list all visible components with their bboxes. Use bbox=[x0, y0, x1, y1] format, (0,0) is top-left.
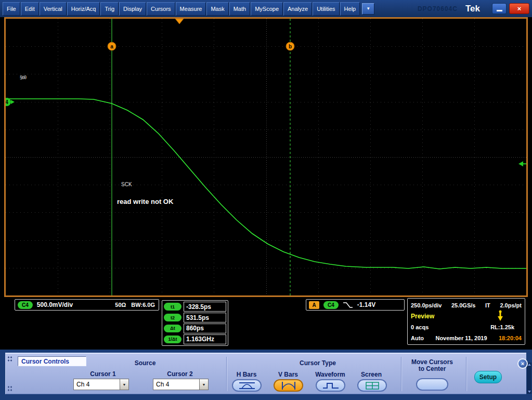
svg-text:b: b bbox=[289, 44, 292, 49]
screen-button[interactable] bbox=[357, 379, 387, 392]
panel-title: Cursor Controls bbox=[18, 356, 86, 366]
t1-value: -328.5ps bbox=[184, 302, 226, 312]
cursor2-source-value[interactable]: Ch 4 bbox=[153, 379, 199, 390]
chevron-down-icon[interactable]: ▼ bbox=[199, 379, 209, 390]
cursor1-source-dropdown[interactable]: Ch 4 ▼ bbox=[73, 379, 129, 390]
cursor2-source-dropdown[interactable]: Ch 4 ▼ bbox=[153, 379, 209, 390]
menu-item-horiz-acq[interactable]: Horiz/Acq bbox=[67, 2, 100, 16]
cursor-readout: t1 -328.5ps t2 531.5ps Δt 860ps 1/Δt 1.1… bbox=[162, 300, 228, 346]
channel-readout[interactable]: C4 500.0mV/div 50Ω BW:6.0G bbox=[15, 299, 159, 311]
delta-t-badge: Δt bbox=[164, 325, 181, 332]
setup-button[interactable]: Setup bbox=[474, 371, 502, 383]
menu-item-mask[interactable]: Mask bbox=[206, 2, 228, 16]
h-bars-label: H Bars bbox=[226, 371, 267, 378]
cursor1-source-value[interactable]: Ch 4 bbox=[73, 379, 120, 390]
svg-text:4: 4 bbox=[6, 99, 8, 105]
h-bars-button[interactable] bbox=[232, 379, 262, 392]
screen-cursor-icon bbox=[365, 381, 380, 390]
close-button[interactable]: × bbox=[509, 3, 529, 14]
waveform-trace bbox=[6, 99, 526, 269]
menu-item-cursors[interactable]: Cursors bbox=[147, 2, 175, 16]
v-bars-button[interactable] bbox=[274, 379, 303, 392]
menu-item-trig[interactable]: Trig bbox=[100, 2, 119, 16]
scroll-up-icon[interactable] bbox=[528, 364, 531, 366]
cursor1-label: Cursor 1 bbox=[80, 370, 126, 378]
cursor-controls-panel: Cursor Controls Source Cursor 1 Cursor 2… bbox=[5, 353, 526, 394]
menu-item-analyze[interactable]: Analyze bbox=[283, 2, 312, 16]
panel-scrollbar[interactable] bbox=[527, 363, 531, 394]
channel-badge: C4 bbox=[18, 301, 33, 309]
timebase-scale: 250.0ps/div bbox=[411, 302, 442, 308]
signal-label: SCK bbox=[121, 182, 132, 187]
source-section-label: Source bbox=[114, 359, 176, 367]
trigger-readout[interactable]: A C4 -1.14V bbox=[306, 299, 405, 311]
t1-badge: t1 bbox=[164, 303, 181, 311]
trigger-mode: Auto bbox=[411, 335, 424, 341]
trigger-level-arrow[interactable] bbox=[518, 161, 526, 166]
v-bars-label: V Bars bbox=[267, 371, 309, 378]
time-label: 18:20:04 bbox=[499, 335, 522, 341]
status-row: Auto November 11, 2019 18:20:04 bbox=[411, 332, 522, 343]
cursor-freq-row: 1/Δt 1.163GHz bbox=[164, 334, 226, 344]
falling-edge-icon bbox=[343, 302, 353, 308]
resolution: 2.0ps/pt bbox=[500, 302, 522, 308]
move-cursors-button[interactable] bbox=[416, 378, 448, 391]
minimize-button[interactable] bbox=[492, 3, 507, 14]
menu-item-measure[interactable]: Measure bbox=[176, 2, 206, 16]
cursor-t1-row: t1 -328.5ps bbox=[164, 302, 226, 312]
panel-grip-icon bbox=[7, 356, 12, 363]
h-bars-icon bbox=[238, 381, 256, 390]
menu-item-utilities[interactable]: Utilities bbox=[313, 2, 339, 16]
preview-arrow-icon bbox=[497, 309, 504, 322]
date-label: November 11, 2019 bbox=[435, 335, 487, 341]
menu-item-math[interactable]: Math bbox=[229, 2, 250, 16]
menu-overflow-button[interactable]: ▼ bbox=[362, 3, 374, 15]
chevron-down-icon[interactable]: ▼ bbox=[120, 379, 129, 390]
trigger-position-marker[interactable] bbox=[175, 19, 184, 24]
cursor-type-section-label: Cursor Type bbox=[287, 359, 349, 367]
svg-text:a: a bbox=[110, 44, 113, 49]
graticule-display[interactable]: a b 4 §6θ SCK read write not OK bbox=[4, 17, 528, 297]
minimize-icon bbox=[497, 10, 502, 11]
delta-t-value: 860ps bbox=[184, 324, 226, 333]
preview-status: Preview bbox=[411, 313, 434, 320]
acquisition-row: 0 acqs RL:1.25k bbox=[411, 321, 522, 332]
menu-item-display[interactable]: Display bbox=[119, 2, 146, 16]
waveform-label: Waveform bbox=[309, 371, 351, 378]
menu-item-myscope[interactable]: MyScope bbox=[251, 2, 283, 16]
scroll-down-icon[interactable] bbox=[528, 391, 531, 393]
menu-item-vertical[interactable]: Vertical bbox=[40, 2, 67, 16]
channel-bandwidth: BW:6.0G bbox=[131, 302, 155, 308]
cursor-b-marker[interactable]: b bbox=[286, 42, 294, 50]
v-bars-icon bbox=[279, 381, 298, 390]
preview-row: Preview bbox=[411, 311, 522, 321]
cursor2-label: Cursor 2 bbox=[157, 370, 203, 378]
menu-item-help[interactable]: Help bbox=[340, 2, 360, 16]
screen-artifact-text: §6θ bbox=[20, 75, 26, 80]
cursor-dt-row: Δt 860ps bbox=[164, 324, 226, 334]
scope-canvas: a b 4 bbox=[6, 19, 526, 295]
inverse-dt-value: 1.163GHz bbox=[184, 334, 226, 344]
model-label: DPO70604C bbox=[418, 5, 458, 12]
timebase-readout: 250.0ps/div 25.0GS/s IT 2.0ps/pt Preview… bbox=[407, 298, 525, 345]
t2-badge: t2 bbox=[164, 314, 181, 321]
channel-scale: 500.0mV/div bbox=[37, 301, 73, 308]
graticule-grid bbox=[6, 19, 526, 295]
cursor-a-marker[interactable]: a bbox=[108, 42, 116, 50]
screen-label: Screen bbox=[351, 371, 392, 378]
waveform-cursor-icon bbox=[321, 381, 340, 390]
panel-close-button[interactable]: × bbox=[517, 358, 528, 369]
acquisition-count: 0 acqs bbox=[411, 324, 429, 330]
menu-bar: File Edit Vertical Horiz/Acq Trig Displa… bbox=[0, 0, 532, 17]
trigger-level-value: -1.14V bbox=[357, 301, 375, 308]
trigger-source-badge: A bbox=[309, 301, 319, 309]
menu-item-file[interactable]: File bbox=[3, 2, 20, 16]
menu-item-edit[interactable]: Edit bbox=[21, 2, 39, 16]
move-cursors-line1: Move Cursors bbox=[411, 358, 453, 366]
trigger-channel-badge: C4 bbox=[323, 301, 339, 309]
waveform-button[interactable] bbox=[316, 379, 345, 392]
timebase-row: 250.0ps/div 25.0GS/s IT 2.0ps/pt bbox=[411, 300, 522, 311]
tek-logo: Tek bbox=[465, 4, 480, 14]
cursor-t2-row: t2 531.5ps bbox=[164, 313, 226, 323]
annotation-text: read write not OK bbox=[117, 198, 173, 205]
